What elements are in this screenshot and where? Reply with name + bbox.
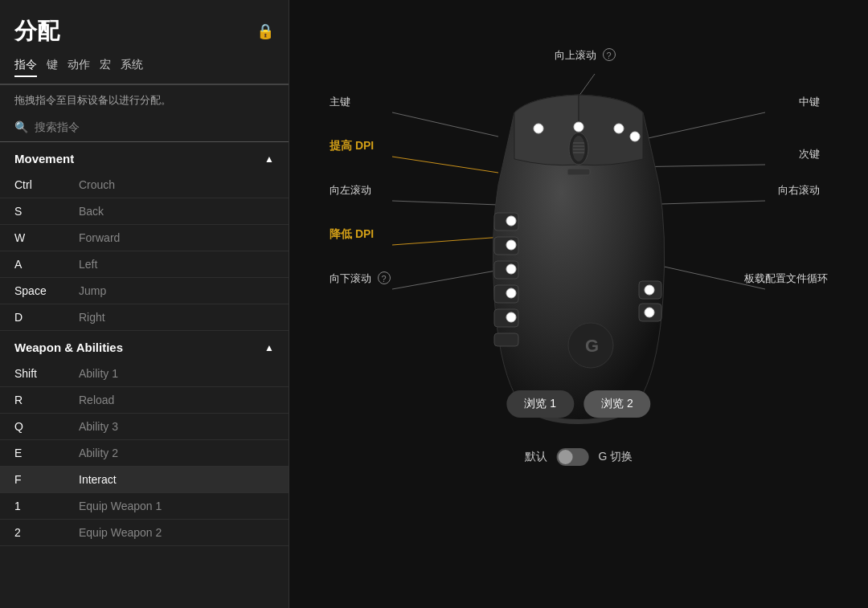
label-middle-key: 中键 bbox=[799, 95, 820, 109]
svg-point-37 bbox=[630, 132, 640, 141]
command-action-ability2: Ability 2 bbox=[79, 447, 118, 459]
chevron-up-icon: ▲ bbox=[264, 153, 274, 165]
toggle-thumb bbox=[559, 450, 573, 464]
command-key-e: E bbox=[14, 447, 79, 459]
command-action-jump: Jump bbox=[79, 284, 106, 297]
command-action-back: Back bbox=[79, 205, 104, 218]
svg-point-36 bbox=[645, 308, 654, 317]
section-movement-header[interactable]: Movement ▲ bbox=[0, 142, 289, 172]
command-action-weapon2: Equip Weapon 2 bbox=[79, 526, 162, 539]
section-weapon-header[interactable]: Weapon & Abilities ▲ bbox=[0, 331, 289, 361]
lock-icon: 🔒 bbox=[256, 22, 274, 40]
command-row-2[interactable]: 2 Equip Weapon 2 bbox=[0, 520, 289, 546]
svg-rect-16 bbox=[567, 169, 590, 175]
left-panel: 分配 🔒 指令 键 动作 宏 系统 拖拽指令至目标设备以进行分配。 🔍 Move… bbox=[0, 0, 289, 608]
command-key-w: W bbox=[14, 231, 79, 244]
command-row-a[interactable]: A Left bbox=[0, 251, 289, 278]
search-icon: 🔍 bbox=[14, 120, 28, 133]
command-key-shift: Shift bbox=[14, 367, 79, 380]
panel-header: 分配 🔒 bbox=[0, 0, 289, 55]
toggle-row: 默认 G 切换 bbox=[525, 448, 633, 466]
command-action-forward: Forward bbox=[79, 231, 120, 244]
drag-hint: 拖拽指令至目标设备以进行分配。 bbox=[0, 85, 289, 116]
command-row-space[interactable]: Space Jump bbox=[0, 278, 289, 304]
search-bar: 🔍 bbox=[0, 116, 289, 142]
tab-actions[interactable]: 动作 bbox=[68, 58, 90, 75]
svg-point-28 bbox=[534, 124, 543, 133]
label-scroll-down: 向下滚动 ? bbox=[330, 271, 391, 286]
command-action-weapon1: Equip Weapon 1 bbox=[79, 500, 162, 512]
command-action-left: Left bbox=[79, 258, 97, 271]
command-row-f[interactable]: F Interact bbox=[0, 467, 289, 493]
command-action-right: Right bbox=[79, 311, 105, 324]
command-list: Movement ▲ Ctrl Crouch S Back W Forward … bbox=[0, 142, 289, 608]
tab-commands[interactable]: 指令 bbox=[14, 58, 37, 77]
label-decrease-dpi: 降低 DPI bbox=[330, 227, 374, 242]
section-weapon-title: Weapon & Abilities bbox=[14, 341, 123, 354]
right-panel: G bbox=[289, 0, 868, 608]
label-scroll-up: 向上滚动 ? bbox=[555, 48, 616, 63]
command-action-ability1: Ability 1 bbox=[79, 367, 118, 380]
label-scroll-right: 向右滚动 bbox=[778, 183, 820, 198]
svg-point-33 bbox=[506, 288, 516, 298]
mouse-diagram-area: G bbox=[305, 24, 852, 490]
svg-point-31 bbox=[506, 240, 516, 250]
label-profile-cycle: 板载配置文件循环 bbox=[744, 271, 828, 286]
browser-buttons-container: 浏览 1 浏览 2 bbox=[506, 390, 650, 418]
svg-point-34 bbox=[506, 312, 516, 322]
browser-btn-2[interactable]: 浏览 2 bbox=[583, 390, 651, 418]
command-key-a: A bbox=[14, 258, 79, 271]
svg-point-35 bbox=[645, 285, 654, 295]
command-key-space: Space bbox=[14, 284, 79, 297]
svg-point-27 bbox=[574, 122, 583, 132]
label-secondary-key: 次键 bbox=[799, 147, 820, 161]
tab-keys[interactable]: 键 bbox=[47, 58, 58, 75]
command-key-1: 1 bbox=[14, 500, 79, 512]
label-increase-dpi: 提高 DPI bbox=[330, 139, 374, 153]
command-key-2: 2 bbox=[14, 526, 79, 539]
label-main-key: 主键 bbox=[330, 95, 350, 109]
command-key-d: D bbox=[14, 311, 79, 324]
command-row-q[interactable]: Q Ability 3 bbox=[0, 414, 289, 440]
command-row-w[interactable]: W Forward bbox=[0, 225, 289, 251]
command-key-s: S bbox=[14, 205, 79, 218]
browser-btn-1[interactable]: 浏览 1 bbox=[506, 390, 574, 418]
command-row-ctrl[interactable]: Ctrl Crouch bbox=[0, 172, 289, 198]
command-key-ctrl: Ctrl bbox=[14, 178, 79, 191]
command-key-f: F bbox=[14, 473, 79, 486]
toggle-switch[interactable] bbox=[557, 448, 589, 466]
question-icon-scroll-up: ? bbox=[603, 48, 616, 61]
svg-point-29 bbox=[614, 124, 624, 133]
command-action-reload: Reload bbox=[79, 394, 114, 406]
tab-macros[interactable]: 宏 bbox=[100, 58, 111, 75]
question-icon-scroll-down: ? bbox=[378, 271, 391, 284]
command-key-q: Q bbox=[14, 420, 79, 433]
command-row-shift[interactable]: Shift Ability 1 bbox=[0, 361, 289, 387]
command-row-d[interactable]: D Right bbox=[0, 304, 289, 331]
svg-point-11 bbox=[572, 136, 585, 161]
svg-rect-22 bbox=[494, 333, 518, 346]
command-action-ability3: Ability 3 bbox=[79, 420, 118, 433]
svg-point-32 bbox=[506, 264, 516, 274]
tab-system[interactable]: 系统 bbox=[121, 58, 143, 75]
toggle-left-label: 默认 bbox=[525, 450, 547, 464]
command-row-s[interactable]: S Back bbox=[0, 198, 289, 225]
panel-title: 分配 bbox=[14, 16, 59, 47]
command-row-r[interactable]: R Reload bbox=[0, 387, 289, 414]
svg-text:G: G bbox=[585, 336, 599, 356]
section-movement-title: Movement bbox=[14, 152, 74, 165]
command-row-e[interactable]: E Ability 2 bbox=[0, 440, 289, 467]
command-key-r: R bbox=[14, 394, 79, 406]
command-row-1[interactable]: 1 Equip Weapon 1 bbox=[0, 493, 289, 520]
nav-tabs: 指令 键 动作 宏 系统 bbox=[0, 55, 289, 85]
svg-point-30 bbox=[506, 216, 516, 226]
command-action-crouch: Crouch bbox=[79, 178, 115, 191]
label-scroll-left: 向左滚动 bbox=[330, 183, 371, 198]
toggle-right-label: G 切换 bbox=[599, 450, 633, 464]
command-action-interact: Interact bbox=[79, 473, 117, 486]
search-input[interactable] bbox=[35, 120, 274, 133]
mouse-body: G bbox=[466, 88, 691, 426]
chevron-up-icon-2: ▲ bbox=[264, 342, 274, 353]
